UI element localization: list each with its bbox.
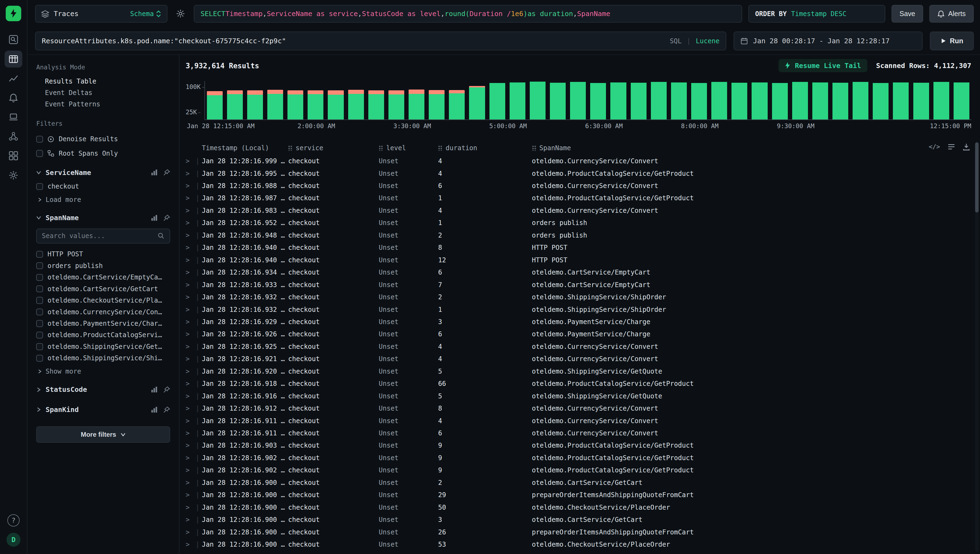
expand-row-icon[interactable]: > (186, 269, 196, 276)
section-spankind[interactable]: SpanKind (36, 401, 170, 418)
drag-handle-icon[interactable] (288, 145, 292, 151)
chart-bar[interactable] (873, 83, 889, 119)
mode-lucene-toggle[interactable]: Lucene (696, 37, 719, 45)
expand-row-icon[interactable]: > (186, 404, 196, 412)
expand-row-icon[interactable]: > (186, 194, 196, 202)
avatar[interactable]: D (6, 533, 21, 547)
table-row[interactable]: >|Jan 28 12:28:16.911 PMcheckoutUnset4ot… (179, 415, 980, 427)
chart-bar[interactable] (752, 83, 767, 119)
chart-bar[interactable] (853, 82, 868, 119)
expand-row-icon[interactable]: > (186, 232, 196, 239)
table-row[interactable]: >|Jan 28 12:28:16.932 PMcheckoutUnset1ot… (179, 303, 980, 316)
table-row[interactable]: >|Jan 28 12:28:16.918 PMcheckoutUnset66o… (179, 378, 980, 390)
wrap-lines-icon[interactable] (948, 144, 955, 150)
analysis-mode-event-patterns[interactable]: Event Patterns (36, 99, 170, 110)
table-row[interactable]: >|Jan 28 12:28:16.920 PMcheckoutUnset5ot… (179, 365, 980, 377)
chart-bar[interactable] (731, 83, 747, 119)
sidebar-item-traces-table[interactable] (5, 51, 22, 67)
chart-bar[interactable] (530, 82, 545, 119)
checkbox[interactable] (36, 136, 43, 143)
filter-value-row[interactable]: oteldemo.ProductCatalogServi… (36, 329, 170, 341)
chart-bar[interactable] (631, 83, 647, 119)
drag-handle-icon[interactable] (532, 145, 536, 151)
table-row[interactable]: >|Jan 28 12:28:16.911 PMcheckoutUnset6ot… (179, 427, 980, 439)
table-row[interactable]: >|Jan 28 12:28:16.912 PMcheckoutUnset8ot… (179, 402, 980, 414)
download-icon[interactable] (962, 143, 970, 151)
expand-row-icon[interactable]: > (186, 491, 196, 499)
chart-bar[interactable] (267, 90, 283, 119)
chart-bar[interactable] (711, 82, 727, 119)
table-row[interactable]: >|Jan 28 12:28:16.933 PMcheckoutUnset7ot… (179, 279, 980, 291)
chart-values-icon[interactable] (151, 386, 158, 393)
pin-icon[interactable] (163, 215, 170, 221)
drag-handle-icon[interactable] (379, 145, 383, 151)
chart-bar[interactable] (227, 90, 243, 119)
chart-bar[interactable] (610, 83, 626, 119)
expand-row-icon[interactable]: > (186, 256, 196, 264)
table-row[interactable]: >|Jan 28 12:28:16.900 PMcheckoutUnset2ot… (179, 476, 980, 489)
table-row[interactable]: >|Jan 28 12:28:16.902 PMcheckoutUnset9ot… (179, 464, 980, 476)
table-row[interactable]: >|Jan 28 12:28:16.983 PMcheckoutUnset4ot… (179, 204, 980, 217)
checkbox[interactable] (36, 320, 43, 327)
chart-bar[interactable] (954, 83, 969, 119)
chart-bar[interactable] (429, 90, 445, 119)
expand-row-icon[interactable]: > (186, 170, 196, 177)
table-row[interactable]: >|Jan 28 12:28:16.940 PMcheckoutUnset12H… (179, 254, 980, 266)
chart-bar[interactable] (934, 82, 949, 119)
table-row[interactable]: >|Jan 28 12:28:16.987 PMcheckoutUnset1ot… (179, 192, 980, 204)
chart-bar[interactable] (550, 83, 566, 119)
checkbox[interactable] (36, 251, 43, 258)
table-row[interactable]: >|Jan 28 12:28:16.900 PMcheckoutUnset50o… (179, 501, 980, 513)
chart-bar[interactable] (308, 90, 323, 119)
table-row[interactable]: >|Jan 28 12:28:16.916 PMcheckoutUnset5ot… (179, 390, 980, 402)
filter-value-row[interactable]: oteldemo.ShippingService/Shi… (36, 352, 170, 364)
filter-value-row[interactable]: oteldemo.PaymentService/Char… (36, 318, 170, 329)
chart-bar[interactable] (247, 90, 263, 119)
analysis-mode-event-deltas[interactable]: Event Deltas (36, 87, 170, 99)
table-row[interactable]: >|Jan 28 12:28:16.995 PMcheckoutUnset4ot… (179, 167, 980, 180)
expand-row-icon[interactable]: > (186, 306, 196, 314)
filter-value-row[interactable]: checkout (36, 181, 170, 192)
expand-row-icon[interactable]: > (186, 293, 196, 301)
expand-row-icon[interactable]: > (186, 368, 196, 375)
source-settings-button[interactable] (174, 7, 188, 21)
order-by-input[interactable]: ORDER BY Timestamp DESC (748, 5, 885, 22)
scrollbar-thumb[interactable] (975, 142, 979, 212)
table-row[interactable]: >|Jan 28 12:28:16.900 PMcheckoutUnset3ot… (179, 513, 980, 526)
expand-row-icon[interactable]: > (186, 454, 196, 462)
run-button[interactable]: Run (930, 32, 974, 50)
table-row[interactable]: >|Jan 28 12:28:16.952 PMcheckoutUnset1or… (179, 217, 980, 229)
pin-icon[interactable] (163, 386, 170, 393)
table-row[interactable]: >|Jan 28 12:28:16.926 PMcheckoutUnset6ot… (179, 328, 980, 341)
column-timestamp[interactable]: Timestamp (Local) (202, 144, 288, 152)
expand-row-icon[interactable]: > (186, 157, 196, 165)
search-query-box[interactable]: SQL | Lucene (35, 32, 726, 50)
pin-icon[interactable] (163, 406, 170, 413)
expand-row-icon[interactable]: > (186, 417, 196, 425)
column-service[interactable]: service (288, 144, 379, 152)
expand-row-icon[interactable]: > (186, 182, 196, 189)
filter-value-search[interactable] (36, 229, 170, 244)
source-select[interactable]: Traces Schema (35, 5, 168, 22)
filter-value-row[interactable]: orders publish (36, 260, 170, 271)
checkbox[interactable] (36, 332, 43, 339)
column-spanname[interactable]: SpanName (532, 144, 980, 152)
table-row[interactable]: >|Jan 28 12:28:16.940 PMcheckoutUnset8HT… (179, 242, 980, 254)
expand-row-icon[interactable]: > (186, 516, 196, 524)
section-spanname[interactable]: SpanName (36, 210, 170, 226)
column-duration[interactable]: duration (438, 144, 532, 152)
chart-bar[interactable] (368, 90, 384, 119)
filter-search-input[interactable] (42, 232, 158, 240)
table-row[interactable]: >|Jan 28 12:28:16.921 PMcheckoutUnset4ot… (179, 353, 980, 365)
table-row[interactable]: >|Jan 28 12:28:16.900 PMcheckoutUnset29p… (179, 489, 980, 501)
table-row[interactable]: >|Jan 28 12:28:16.929 PMcheckoutUnset3ot… (179, 316, 980, 328)
table-row[interactable]: >|Jan 28 12:28:16.900 PMcheckoutUnset26p… (179, 526, 980, 538)
chart-bar[interactable] (570, 82, 586, 119)
more-filters-button[interactable]: More filters (36, 427, 170, 443)
table-row[interactable]: >|Jan 28 12:28:16.999 PMcheckoutUnset4ot… (179, 155, 980, 167)
help-button[interactable]: ? (7, 514, 20, 527)
resume-live-tail-button[interactable]: Resume Live Tail (779, 59, 867, 72)
expand-row-icon[interactable]: > (186, 380, 196, 387)
expand-row-icon[interactable]: > (186, 318, 196, 326)
load-more-button[interactable]: Load more (38, 193, 170, 206)
